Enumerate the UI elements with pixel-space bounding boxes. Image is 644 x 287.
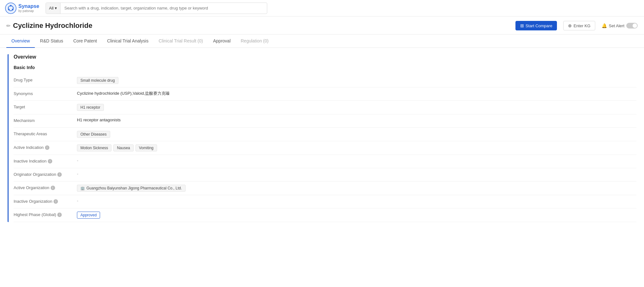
value-inactive-indication: - bbox=[77, 158, 636, 163]
info-row-synonyms: Synonyms Cyclizine hydrochloride (USP),V… bbox=[14, 87, 636, 101]
alert-icon: 🔔 bbox=[602, 23, 607, 28]
svg-point-3 bbox=[12, 9, 14, 10]
info-icon-inactive-org[interactable]: i bbox=[54, 199, 58, 204]
label-synonyms: Synonyms bbox=[14, 91, 77, 96]
compare-icon: ⊞ bbox=[520, 23, 524, 28]
info-icon-originator-org[interactable]: i bbox=[57, 172, 62, 177]
active-org-tag[interactable]: 🏢 Guangzhou Baiyunshan Jigong Pharmaceut… bbox=[77, 185, 186, 192]
label-active-org: Active Organization i bbox=[14, 185, 77, 190]
value-inactive-org: - bbox=[77, 198, 636, 203]
value-active-indication: Motion Sickness Nausea Vomiting bbox=[77, 144, 636, 151]
info-row-active-org: Active Organization i 🏢 Guangzhou Baiyun… bbox=[14, 182, 636, 195]
filter-label: All bbox=[49, 6, 54, 10]
overview-section: Overview Basic Info Drug Type Small mole… bbox=[8, 54, 636, 222]
label-drug-type: Drug Type bbox=[14, 77, 77, 82]
tab-core-patent[interactable]: Core Patent bbox=[68, 35, 102, 48]
value-highest-phase: Approved bbox=[77, 212, 636, 219]
drug-name-area: ✏ Cyclizine Hydrochloride bbox=[6, 22, 92, 30]
edit-icon: ✏ bbox=[6, 23, 10, 29]
info-row-active-indication: Active Indication i Motion Sickness Naus… bbox=[14, 141, 636, 155]
value-active-org: 🏢 Guangzhou Baiyunshan Jigong Pharmaceut… bbox=[77, 185, 636, 192]
label-originator-org: Originator Organization i bbox=[14, 171, 77, 177]
inactive-org-dash: - bbox=[77, 198, 78, 203]
search-filter-dropdown[interactable]: All ▾ bbox=[46, 3, 60, 14]
label-inactive-org: Inactive Organization i bbox=[14, 198, 77, 204]
info-row-therapeutic-areas: Therapeutic Areas Other Diseases bbox=[14, 128, 636, 141]
tag-other-diseases[interactable]: Other Diseases bbox=[77, 131, 110, 138]
originator-org-dash: - bbox=[77, 171, 78, 176]
value-target: H1 receptor bbox=[77, 104, 636, 111]
svg-point-0 bbox=[5, 3, 16, 14]
info-row-inactive-org: Inactive Organization i - bbox=[14, 195, 636, 208]
enter-kg-label: Enter KG bbox=[573, 23, 590, 28]
value-therapeutic-areas: Other Diseases bbox=[77, 131, 636, 138]
enter-kg-button[interactable]: ⊕ Enter KG bbox=[563, 21, 595, 30]
overview-content: Overview Basic Info Drug Type Small mole… bbox=[9, 54, 636, 222]
alert-toggle[interactable] bbox=[626, 23, 638, 29]
tag-nausea[interactable]: Nausea bbox=[113, 144, 133, 151]
label-target: Target bbox=[14, 104, 77, 109]
value-drug-type: Small molecule drug bbox=[77, 77, 636, 84]
info-icon-active-indication[interactable]: i bbox=[45, 145, 49, 150]
value-mechanism: H1 receptor antagonists bbox=[77, 118, 636, 122]
label-therapeutic-areas: Therapeutic Areas bbox=[14, 131, 77, 136]
logo-sub: by patsnap bbox=[18, 9, 39, 13]
info-row-target: Target H1 receptor bbox=[14, 101, 636, 114]
content-area: Overview Basic Info Drug Type Small mole… bbox=[0, 48, 644, 228]
info-row-mechanism: Mechanism H1 receptor antagonists bbox=[14, 114, 636, 128]
synapse-logo-icon bbox=[5, 3, 16, 14]
tab-clinical-trial-analysis[interactable]: Clinical Trial Analysis bbox=[102, 35, 154, 48]
svg-point-4 bbox=[8, 9, 10, 10]
label-inactive-indication: Inactive Indication i bbox=[14, 158, 77, 163]
tag-motion-sickness[interactable]: Motion Sickness bbox=[77, 144, 111, 151]
info-icon-highest-phase[interactable]: i bbox=[57, 213, 62, 217]
active-org-name: Guangzhou Baiyunshan Jigong Pharmaceutic… bbox=[86, 186, 182, 190]
set-alert-container: 🔔 Set Alert bbox=[602, 23, 638, 29]
logo-text: Synapse by patsnap bbox=[18, 3, 39, 13]
tab-rd-status[interactable]: R&D Status bbox=[35, 35, 68, 48]
drug-actions: ⊞ Start Compare ⊕ Enter KG 🔔 Set Alert bbox=[515, 21, 638, 30]
tab-overview[interactable]: Overview bbox=[6, 35, 35, 48]
inactive-indication-dash: - bbox=[77, 158, 78, 163]
label-mechanism: Mechanism bbox=[14, 118, 77, 123]
value-originator-org: - bbox=[77, 171, 636, 176]
label-highest-phase: Highest Phase (Global) i bbox=[14, 212, 77, 217]
tab-approval[interactable]: Approval bbox=[208, 35, 236, 48]
toggle-knob bbox=[633, 23, 637, 28]
start-compare-button[interactable]: ⊞ Start Compare bbox=[515, 21, 557, 30]
info-row-highest-phase: Highest Phase (Global) i Approved bbox=[14, 208, 636, 222]
value-synonyms: Cyclizine hydrochloride (USP),Valoid,盐酸赛… bbox=[77, 91, 636, 96]
svg-point-2 bbox=[10, 5, 12, 6]
tag-vomiting[interactable]: Vomiting bbox=[136, 144, 157, 151]
info-row-inactive-indication: Inactive Indication i - bbox=[14, 155, 636, 168]
set-alert-label: Set Alert bbox=[609, 23, 624, 28]
info-row-originator-org: Originator Organization i - bbox=[14, 168, 636, 182]
info-icon-inactive-indication[interactable]: i bbox=[48, 159, 52, 163]
kg-icon: ⊕ bbox=[568, 23, 572, 28]
logo: Synapse by patsnap bbox=[5, 3, 39, 14]
tab-regulation: Regulation (0) bbox=[236, 35, 274, 48]
header: Synapse by patsnap All ▾ bbox=[0, 0, 644, 16]
synonyms-text: Cyclizine hydrochloride (USP),Valoid,盐酸赛… bbox=[77, 91, 170, 96]
tag-approved[interactable]: Approved bbox=[77, 212, 100, 219]
tab-clinical-trial-result: Clinical Trial Result (0) bbox=[154, 35, 208, 48]
mechanism-text: H1 receptor antagonists bbox=[77, 118, 121, 122]
section-title: Overview bbox=[14, 54, 636, 60]
info-icon-active-org[interactable]: i bbox=[51, 186, 55, 190]
search-input[interactable] bbox=[60, 6, 267, 10]
info-row-drug-type: Drug Type Small molecule drug bbox=[14, 74, 636, 87]
logo-name: Synapse bbox=[18, 3, 39, 9]
tag-h1-receptor[interactable]: H1 receptor bbox=[77, 104, 104, 111]
start-compare-label: Start Compare bbox=[526, 23, 552, 28]
label-active-indication: Active Indication i bbox=[14, 144, 77, 150]
org-building-icon: 🏢 bbox=[80, 186, 85, 190]
nav-tabs: Overview R&D Status Core Patent Clinical… bbox=[0, 35, 644, 48]
subsection-title: Basic Info bbox=[14, 65, 636, 70]
drug-title-bar: ✏ Cyclizine Hydrochloride ⊞ Start Compar… bbox=[0, 16, 644, 35]
drug-name: Cyclizine Hydrochloride bbox=[13, 22, 92, 30]
search-bar: All ▾ bbox=[46, 3, 267, 14]
tag-small-molecule[interactable]: Small molecule drug bbox=[77, 77, 118, 84]
chevron-down-icon: ▾ bbox=[55, 6, 57, 10]
